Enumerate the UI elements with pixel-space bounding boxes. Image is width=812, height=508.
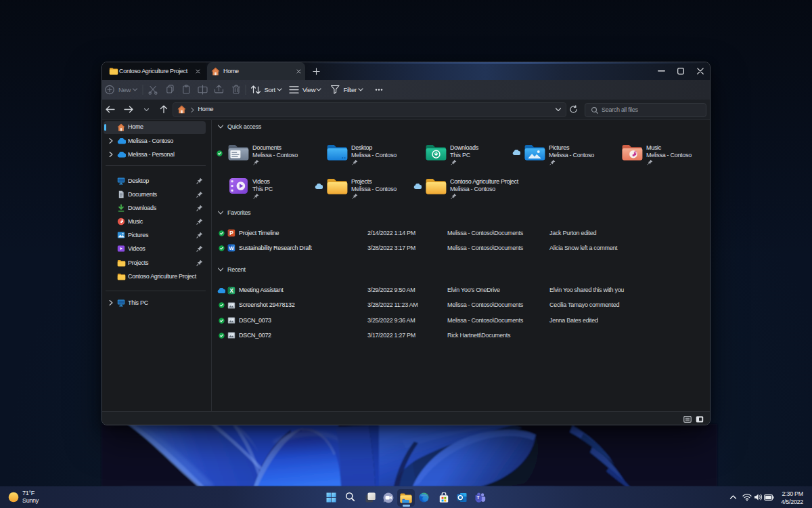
svg-text:View: View bbox=[302, 86, 316, 93]
svg-text:New: New bbox=[118, 86, 131, 93]
svg-text:Sort: Sort bbox=[265, 86, 276, 93]
svg-text:Filter: Filter bbox=[344, 86, 357, 93]
